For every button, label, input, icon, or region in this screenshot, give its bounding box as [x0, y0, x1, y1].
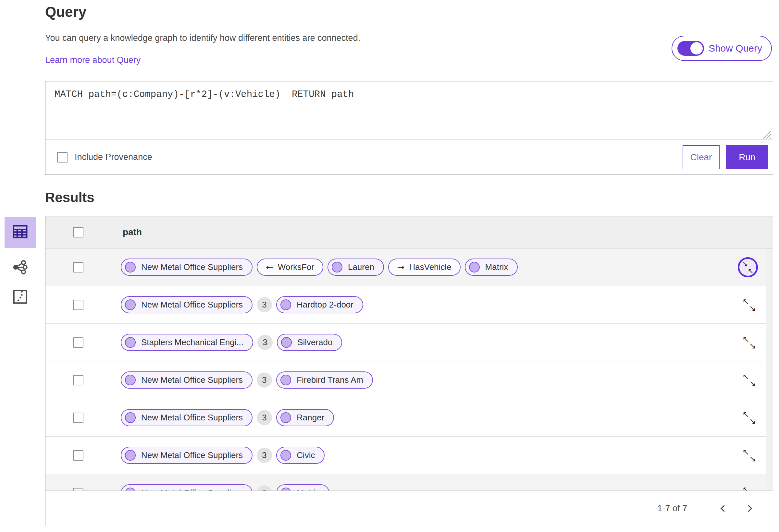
entity-pill[interactable]: Matrix	[276, 484, 329, 490]
path-cell: Staplers Mechanical Engi...3Silverado	[111, 324, 773, 361]
table-row: New Metal Office Suppliers3Hardtop 2-doo…	[46, 286, 773, 324]
collapse-row-button[interactable]: ↘↖	[738, 257, 758, 277]
path-cell: New Metal Office Suppliers3Hardtop 2-doo…	[111, 286, 773, 323]
entity-pill[interactable]: New Metal Office Suppliers	[121, 484, 252, 490]
page-title: Query	[45, 4, 86, 20]
table-scrollbar[interactable]	[766, 249, 773, 490]
table-row: New Metal Office Suppliers3Matrix↖↘	[46, 474, 773, 490]
entity-node-icon	[332, 262, 343, 272]
table-row: New Metal Office Suppliers3Firebird Tran…	[46, 361, 773, 399]
query-page: Query You can query a knowledge graph to…	[0, 0, 779, 532]
collapsed-count-badge[interactable]: 3	[257, 448, 272, 463]
pagination-bar: 1-7 of 7	[46, 490, 773, 526]
row-checkbox[interactable]	[73, 337, 83, 348]
entity-pill[interactable]: New Metal Office Suppliers	[121, 296, 252, 313]
arrow-right-icon: →	[397, 262, 405, 272]
select-all-checkbox[interactable]	[73, 227, 83, 238]
collapsed-count-badge[interactable]: 3	[257, 297, 272, 312]
query-input[interactable]: MATCH path=(c:Company)-[r*2]-(v:Vehicle)…	[46, 81, 773, 140]
relationship-pill[interactable]: →HasVehicle	[388, 259, 461, 276]
chevron-left-icon	[720, 505, 727, 512]
entity-node-icon	[281, 412, 291, 423]
entity-node-icon	[281, 300, 291, 310]
entity-pill[interactable]: Staplers Mechanical Engi...	[121, 334, 253, 351]
row-checkbox[interactable]	[73, 300, 83, 310]
expand-row-button[interactable]: ↖↘	[742, 411, 756, 424]
entity-pill[interactable]: Ranger	[276, 409, 334, 426]
learn-more-link[interactable]: Learn more about Query	[45, 55, 140, 65]
entity-node-icon	[125, 412, 136, 423]
path-cell: New Metal Office Suppliers3Matrix	[111, 474, 773, 490]
entity-node-icon	[281, 375, 291, 385]
entity-pill[interactable]: New Metal Office Suppliers	[121, 372, 252, 389]
row-checkbox[interactable]	[73, 488, 83, 491]
pagination-range-label: 1-7 of 7	[657, 504, 687, 514]
include-provenance-label: Include Provenance	[75, 152, 152, 162]
query-editor-card: MATCH path=(c:Company)-[r*2]-(v:Vehicle)…	[45, 81, 773, 175]
expand-row-button[interactable]: ↖↘	[742, 374, 756, 387]
clear-button[interactable]: Clear	[682, 145, 720, 169]
entity-pill[interactable]: Matrix	[465, 259, 518, 276]
results-table: path New Metal Office Suppliers←WorksFor…	[45, 216, 773, 526]
entity-node-icon	[125, 262, 136, 272]
entity-pill[interactable]: New Metal Office Suppliers	[121, 447, 252, 464]
run-button[interactable]: Run	[726, 145, 768, 169]
map-view-icon	[11, 288, 29, 307]
path-cell: New Metal Office Suppliers3Firebird Tran…	[111, 361, 773, 399]
next-page-button[interactable]	[742, 502, 757, 516]
arrow-left-icon: ←	[266, 262, 273, 272]
results-title: Results	[45, 190, 95, 205]
link-chart-view-button[interactable]	[12, 259, 28, 277]
collapsed-count-badge[interactable]: 3	[257, 485, 272, 490]
map-view-button[interactable]	[11, 288, 29, 307]
collapsed-count-badge[interactable]: 3	[257, 373, 272, 388]
row-checkbox[interactable]	[73, 262, 83, 272]
entity-pill[interactable]: Firebird Trans Am	[276, 372, 373, 389]
results-table-header: path	[46, 216, 773, 249]
entity-node-icon	[125, 375, 136, 385]
chevron-right-icon	[745, 505, 752, 512]
link-chart-view-icon	[12, 259, 28, 277]
show-query-toggle[interactable]: Show Query	[671, 36, 772, 61]
entity-node-icon	[125, 300, 136, 310]
collapsed-count-badge[interactable]: 3	[257, 410, 272, 425]
entity-pill[interactable]: New Metal Office Suppliers	[121, 259, 252, 276]
entity-pill[interactable]: Civic	[276, 447, 324, 464]
expand-row-button[interactable]: ↖↘	[742, 298, 756, 312]
entity-node-icon	[281, 337, 292, 348]
entity-node-icon	[125, 337, 136, 348]
table-view-button[interactable]	[5, 217, 36, 248]
query-description: You can query a knowledge graph to ident…	[45, 33, 360, 43]
entity-node-icon	[281, 450, 291, 461]
table-row: New Metal Office Suppliers←WorksForLaure…	[46, 249, 773, 286]
entity-pill[interactable]: New Metal Office Suppliers	[121, 409, 252, 426]
entity-pill[interactable]: Silverado	[277, 334, 342, 351]
expand-row-button[interactable]: ↖↘	[742, 336, 756, 349]
expand-row-button[interactable]: ↖↘	[742, 486, 756, 491]
query-actions: Clear Run	[682, 145, 768, 169]
entity-node-icon	[469, 262, 480, 272]
path-cell: New Metal Office Suppliers3Civic	[111, 437, 773, 474]
entity-pill[interactable]: Hardtop 2-door	[276, 296, 363, 313]
results-table-body: New Metal Office Suppliers←WorksForLaure…	[46, 249, 773, 490]
collapsed-count-badge[interactable]: 3	[257, 335, 273, 350]
relationship-pill[interactable]: ←WorksFor	[257, 259, 323, 276]
previous-page-button[interactable]	[716, 502, 730, 516]
show-query-label: Show Query	[709, 43, 762, 54]
toggle-switch-icon	[677, 41, 704, 56]
table-view-icon	[11, 223, 29, 242]
expand-row-button[interactable]: ↖↘	[742, 449, 756, 462]
results-view-switcher	[5, 217, 36, 307]
row-checkbox[interactable]	[73, 413, 83, 423]
path-column-header: path	[111, 216, 773, 248]
table-row: Staplers Mechanical Engi...3Silverado↖↘	[46, 324, 773, 361]
row-checkbox[interactable]	[73, 450, 83, 461]
path-cell: New Metal Office Suppliers←WorksForLaure…	[111, 249, 773, 286]
include-provenance-option[interactable]: Include Provenance	[57, 152, 152, 162]
table-row: New Metal Office Suppliers3Civic↖↘	[46, 437, 773, 474]
row-checkbox[interactable]	[73, 375, 83, 385]
entity-node-icon	[125, 450, 136, 461]
path-cell: New Metal Office Suppliers3Ranger	[111, 399, 773, 436]
include-provenance-checkbox[interactable]	[57, 152, 67, 162]
entity-pill[interactable]: Lauren	[327, 259, 384, 276]
